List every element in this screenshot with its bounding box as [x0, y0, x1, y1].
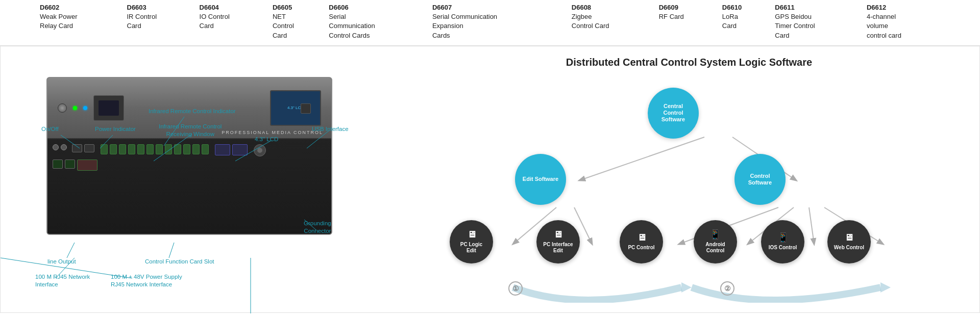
label-power-indicator: Power Indicator [95, 125, 136, 133]
connector-row-1 [53, 144, 326, 156]
node-pc-interface: 🖥 PC InterfaceEdit [536, 220, 580, 263]
lcd-screen: 4.3" LCD [270, 90, 321, 126]
node-edit: Edit Software [515, 154, 566, 205]
node-control: ControlSoftware [734, 154, 786, 205]
device-image: 4.3" LCD PROFESSIONAL MEDIA CONTROL [46, 77, 332, 235]
label-network-100m: 100 M RJ45 NetworkInterface [35, 273, 90, 288]
conn-1 [101, 144, 108, 154]
rj45-3 [53, 160, 63, 169]
conn-9 [174, 144, 181, 154]
cell-d6606: D6606SerialCommunicationControl Cards [325, 2, 428, 41]
number-2: ② [720, 281, 734, 296]
node-android: 📱 AndroidControl [694, 220, 737, 263]
connector-row-2 [53, 160, 326, 171]
node-pc-logic: 🖥 PC LogicEdit [450, 220, 493, 263]
rj45-2 [84, 144, 94, 152]
conn-10 [183, 144, 190, 154]
conn-7 [156, 144, 163, 154]
label-usb: USB Interface [312, 125, 349, 133]
label-infrared-window: Infrared Remote ControlReceiving Window [159, 123, 222, 138]
cell-d6611: D6611GPS BeidouTimer ControlCard [771, 2, 863, 41]
conn-12 [202, 144, 209, 154]
conn-6 [146, 144, 154, 154]
cell-d6607: D6607Serial CommunicationExpansionCards [428, 2, 568, 41]
cell-d6612: D66124-channelvolumecontrol card [863, 2, 944, 41]
cell-d6603: D6603IR ControlCard [123, 2, 195, 41]
knob-1 [58, 103, 67, 113]
ir-window [93, 95, 124, 121]
conn-2 [110, 144, 117, 154]
audio-out-1 [53, 144, 59, 150]
usb-port [301, 103, 311, 114]
number-1: ① [508, 281, 523, 296]
large-conn-2 [232, 144, 248, 155]
top-table-section: D6602Weak PowerRelay Card D6603IR Contro… [0, 0, 980, 46]
large-conn-1 [215, 144, 230, 155]
svg-line-8 [169, 243, 174, 258]
svg-line-18 [809, 207, 814, 244]
logic-section: Distributed Central Control System Logic… [399, 46, 979, 312]
rj45-1 [72, 144, 82, 152]
conn-11 [192, 144, 200, 154]
audio-out-2 [61, 144, 67, 150]
conn-5 [137, 144, 144, 154]
logic-title: Distributed Central Control System Logic… [414, 57, 964, 68]
svg-line-12 [579, 137, 704, 180]
label-line-output: line Output [47, 258, 76, 266]
svg-marker-21 [880, 282, 891, 293]
brand-label: PROFESSIONAL MEDIA CONTROL [222, 130, 323, 135]
led-indicator [83, 106, 87, 110]
ground-connector [254, 144, 266, 156]
label-control-function: Control Function Card Slot [145, 258, 214, 266]
device-bottom-panel [47, 139, 331, 233]
label-lcd: 4.3" LCD [255, 136, 278, 143]
node-central: CentralControlSoftware [648, 88, 699, 139]
label-power-rj45: 100 M + 48V Power SupplyRJ45 Network Int… [111, 273, 182, 288]
logic-diagram: CentralControlSoftware Edit Software Con… [414, 84, 964, 303]
svg-line-7 [67, 243, 75, 258]
label-infrared-indicator: Infrared Remote Control Indicator [149, 108, 236, 115]
cell-d6609: D6609RF Card [655, 2, 718, 41]
conn-4 [128, 144, 135, 154]
node-ios: 📱 IOS Control [761, 220, 804, 263]
pwr-conn [77, 160, 97, 171]
conn-3 [119, 144, 126, 154]
main-content: 4.3" LCD PROFESSIONAL MEDIA CONTROL [0, 46, 980, 313]
label-onoff: On/Off [41, 125, 59, 133]
svg-marker-20 [681, 282, 692, 293]
cell-d6608: D6608ZigbeeControl Card [568, 2, 655, 41]
cell-d6605: D6605NETControlCard [268, 2, 325, 41]
rj45-4 [65, 160, 75, 169]
conn-8 [165, 144, 172, 154]
cell-d6604: D6604IO ControlCard [195, 2, 268, 41]
led-power [73, 106, 77, 110]
node-web: 🖥 Web Control [827, 220, 871, 263]
cell-d6602: D6602Weak PowerRelay Card [36, 2, 123, 41]
label-grounding: GroundingConnector [304, 220, 331, 235]
diagram-section: 4.3" LCD PROFESSIONAL MEDIA CONTROL [1, 46, 399, 312]
cell-d6610: D6610LoRaCard [718, 2, 771, 41]
node-pc-control: 🖥 PC Control [620, 220, 663, 263]
